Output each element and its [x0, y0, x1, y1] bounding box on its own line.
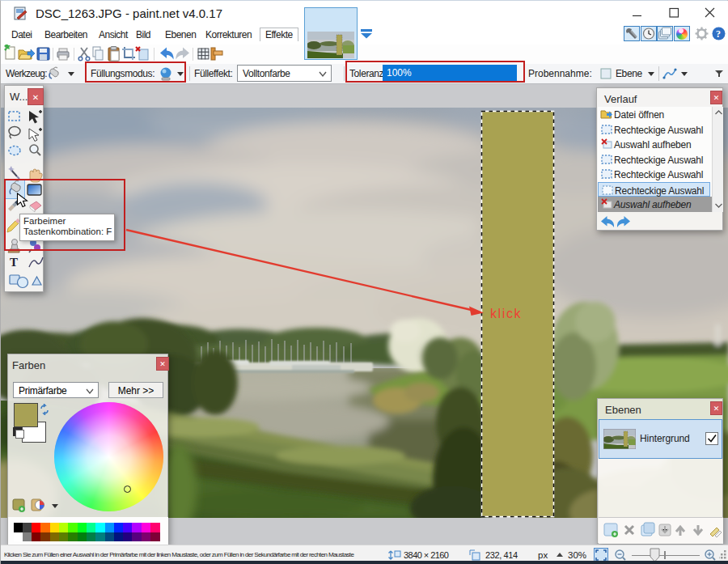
svg-text:?: ? — [716, 28, 721, 40]
svg-text:T: T — [10, 256, 18, 269]
